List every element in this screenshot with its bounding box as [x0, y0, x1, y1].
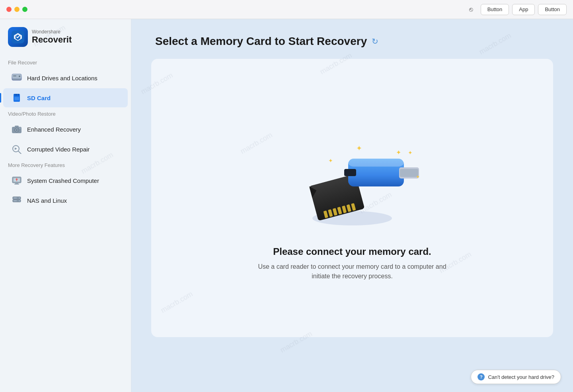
- svg-point-27: [19, 200, 20, 202]
- svg-rect-20: [15, 183, 18, 184]
- sd-card-icon: [11, 92, 22, 103]
- logo-brand: Wondershare: [32, 29, 72, 35]
- memory-card-illustration: ✦ ✦ ✦ ✦ ✦: [285, 115, 420, 234]
- section-label-file-recover: File Recover: [0, 56, 131, 68]
- page-title-row: Select a Memory Card to Start Recovery ↻: [151, 35, 381, 48]
- svg-point-26: [19, 198, 20, 199]
- app-logo: Wondershare Recoverit: [0, 27, 131, 56]
- logo-icon: [8, 27, 28, 47]
- main-card: ✦ ✦ ✦ ✦ ✦: [151, 59, 553, 337]
- svg-marker-17: [15, 147, 17, 150]
- svg-rect-13: [15, 126, 19, 128]
- svg-rect-8: [18, 94, 19, 96]
- toolbar-app-button[interactable]: App: [512, 4, 535, 15]
- main-content: Select a Memory Card to Start Recovery ↻: [131, 19, 573, 392]
- svg-rect-4: [13, 76, 16, 76]
- sidebar-item-sd-card[interactable]: SD Card: [3, 88, 128, 107]
- sidebar-item-corrupted-video-label: Corrupted Video Repair: [27, 146, 90, 153]
- svg-text:✦: ✦: [396, 149, 401, 156]
- sidebar-item-nas-linux[interactable]: NAS and Linux: [3, 191, 128, 210]
- sidebar-item-enhanced-recovery-label: Enhanced Recovery: [27, 126, 81, 133]
- svg-rect-45: [344, 169, 356, 176]
- svg-rect-28: [14, 198, 17, 198]
- nas-icon: [11, 195, 22, 206]
- svg-point-12: [16, 129, 18, 131]
- svg-rect-44: [348, 159, 404, 167]
- svg-rect-7: [16, 94, 17, 96]
- sidebar-item-hard-drives-label: Hard Drives and Locations: [27, 75, 97, 82]
- toolbar-button-1[interactable]: Button: [481, 4, 509, 15]
- sidebar-item-corrupted-video[interactable]: Corrupted Video Repair: [3, 140, 128, 159]
- refresh-icon[interactable]: ↻: [372, 37, 381, 46]
- logo-name: Recoverit: [32, 35, 72, 45]
- page-title: Select a Memory Card to Start Recovery: [155, 35, 367, 48]
- svg-line-16: [18, 151, 21, 154]
- sidebar-item-enhanced-recovery[interactable]: Enhanced Recovery: [3, 120, 128, 139]
- svg-point-14: [19, 128, 21, 129]
- sidebar-item-nas-linux-label: NAS and Linux: [27, 197, 67, 204]
- section-label-more-recovery: More Recovery Features: [0, 159, 131, 171]
- minimize-button[interactable]: [14, 7, 19, 12]
- connect-desc: Use a card reader to connect your memory…: [249, 262, 456, 281]
- svg-text:✦: ✦: [328, 157, 333, 164]
- help-button-label: Can't detect your hard drive?: [488, 374, 554, 380]
- crashed-computer-icon: [11, 175, 22, 186]
- section-label-video-photo: Video/Photo Restore: [0, 108, 131, 119]
- title-bar: ⎋ Button App Button: [0, 0, 573, 19]
- sidebar: Wondershare Recoverit File Recover Hard …: [0, 19, 131, 392]
- app-container: Wondershare Recoverit File Recover Hard …: [0, 19, 573, 392]
- hdd-icon: [11, 72, 22, 83]
- svg-text:✦: ✦: [408, 149, 413, 156]
- sidebar-item-hard-drives[interactable]: Hard Drives and Locations: [3, 68, 128, 87]
- toolbar-button-2[interactable]: Button: [538, 4, 567, 15]
- svg-text:✦: ✦: [416, 174, 420, 180]
- svg-rect-6: [15, 94, 16, 96]
- connect-title: Please connect your memory card.: [273, 246, 431, 257]
- help-button[interactable]: ? Can't detect your hard drive?: [471, 370, 561, 384]
- sidebar-item-sd-card-label: SD Card: [27, 95, 51, 101]
- svg-point-3: [19, 76, 20, 77]
- svg-text:✦: ✦: [356, 144, 362, 152]
- exit-icon-button[interactable]: ⎋: [465, 4, 477, 15]
- title-bar-right: ⎋ Button App Button: [465, 4, 567, 15]
- logo-text: Wondershare Recoverit: [32, 29, 72, 45]
- svg-rect-9: [14, 97, 19, 100]
- svg-rect-21: [14, 184, 19, 184]
- help-icon: ?: [477, 373, 485, 380]
- traffic-lights: [6, 7, 27, 12]
- maximize-button[interactable]: [22, 7, 27, 12]
- search-video-icon: [11, 144, 22, 155]
- sidebar-item-system-crashed[interactable]: System Crashed Computer: [3, 171, 128, 190]
- svg-rect-29: [14, 200, 17, 201]
- close-button[interactable]: [6, 7, 12, 12]
- camera-icon: [11, 124, 22, 135]
- sidebar-item-system-crashed-label: System Crashed Computer: [27, 177, 99, 184]
